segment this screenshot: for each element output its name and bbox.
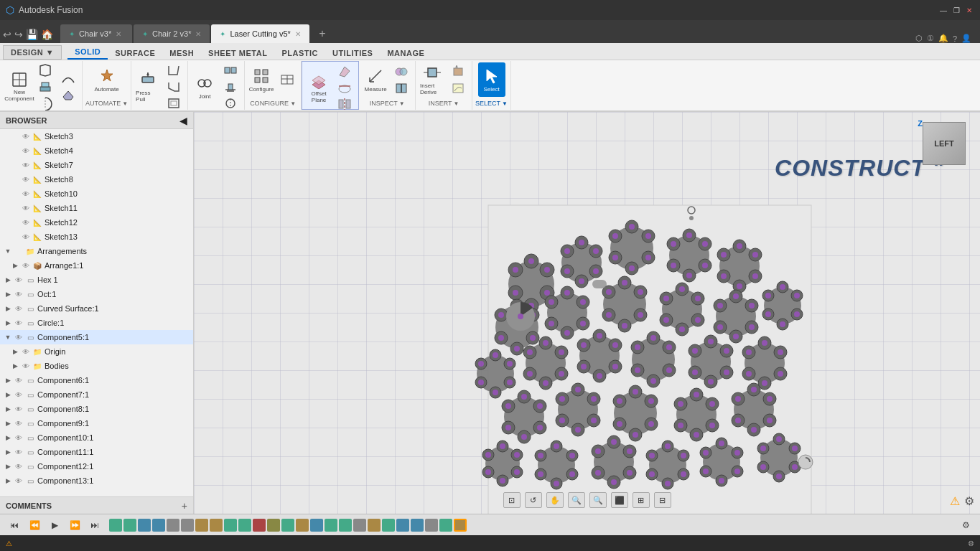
expand-icon[interactable]: ▶	[3, 377, 13, 384]
visibility-icon[interactable]: 👁	[20, 176, 32, 184]
press-pull-button[interactable]: Press Pull	[134, 70, 162, 104]
visibility-icon[interactable]: 👁	[20, 204, 32, 212]
warning-icon[interactable]: ⚠	[950, 494, 960, 508]
tangent-plane-button[interactable]	[334, 80, 355, 95]
insert-arrow[interactable]: ▼	[454, 100, 459, 107]
fit-button[interactable]: ⊡	[503, 492, 521, 508]
expand-icon[interactable]: ▼	[3, 334, 13, 341]
canvas-button[interactable]	[447, 80, 469, 96]
tab-chair-v3[interactable]: ✦ Chair v3* ✕	[60, 24, 132, 43]
as-built-joint-button[interactable]	[220, 62, 241, 78]
visibility-icon[interactable]: 👁	[13, 377, 24, 385]
tree-item-component8[interactable]: ▶ 👁 ▭ Component8:1	[0, 402, 193, 416]
configure-arrow[interactable]: ▼	[290, 100, 296, 107]
visibility-icon[interactable]: 👁	[20, 233, 32, 241]
expand-icon[interactable]: ▶	[3, 276, 13, 283]
home-button[interactable]: 🏠	[41, 29, 53, 40]
tree-item-circle1[interactable]: ▶ 👁 ▭ Circle:1	[0, 316, 193, 330]
visibility-icon[interactable]: 👁	[13, 448, 24, 456]
close-button[interactable]: ✕	[964, 5, 974, 15]
timeline-item-21[interactable]	[396, 519, 409, 532]
fillet-button[interactable]	[163, 62, 185, 78]
expand-icon[interactable]: ▶	[10, 348, 20, 355]
expand-icon[interactable]: ▶	[3, 463, 13, 470]
revolve-button[interactable]	[34, 95, 56, 111]
visibility-icon[interactable]: 👁	[13, 434, 24, 442]
visibility-icon[interactable]: 👁	[20, 190, 32, 198]
expand-icon[interactable]: ▼	[3, 248, 13, 255]
tree-item-component5[interactable]: ▼ 👁 ▭ Component5:1	[0, 330, 193, 344]
timeline-item-20[interactable]	[382, 519, 395, 532]
step-forward-button[interactable]: ⏩	[66, 517, 83, 533]
timeline-settings-button[interactable]: ⚙	[957, 517, 974, 533]
tree-item-sketch13[interactable]: 👁 📐 Sketch13	[0, 230, 193, 244]
zoom-in-button[interactable]: 🔍	[568, 492, 585, 508]
visibility-icon[interactable]: 👁	[20, 362, 32, 370]
measure-button[interactable]: Measure	[362, 62, 389, 97]
tree-item-arrange1[interactable]: ▶ 👁 📦 Arrange1:1	[0, 258, 193, 273]
section-analysis-button[interactable]	[391, 80, 412, 96]
orbit-button[interactable]: ↺	[525, 492, 542, 508]
timeline-item-22[interactable]	[411, 519, 424, 532]
tree-item-sketch11[interactable]: 👁 📐 Sketch11	[0, 201, 193, 215]
expand-icon[interactable]: ▶	[3, 448, 13, 456]
timeline-item-24[interactable]	[439, 519, 452, 532]
visibility-icon[interactable]: 👁	[13, 463, 24, 471]
visibility-icon[interactable]: 👁	[20, 133, 32, 141]
account-icon[interactable]: 👤	[961, 34, 971, 43]
zoom-out-button[interactable]: 🔍	[589, 492, 607, 508]
tree-item-sketch7[interactable]: 👁 📐 Sketch7	[0, 158, 193, 172]
expand-icon[interactable]: ▶	[3, 434, 13, 441]
timeline-item-11[interactable]	[253, 519, 266, 532]
sweep-button[interactable]	[57, 71, 79, 87]
visibility-icon[interactable]: 👁	[20, 147, 32, 155]
tree-item-bodies[interactable]: ▶ 👁 📁 Bodies	[0, 359, 193, 373]
step-back-button[interactable]: ⏪	[26, 517, 43, 533]
expand-icon[interactable]: ▶	[3, 477, 13, 484]
inspect-arrow[interactable]: ▼	[399, 100, 405, 107]
visibility-icon[interactable]: 👁	[13, 305, 24, 313]
plane-at-angle-button[interactable]	[334, 63, 355, 79]
status-settings-icon[interactable]: ⚙	[968, 540, 974, 547]
ribbon-tab-plastic[interactable]: PLASTIC	[274, 47, 325, 60]
design-button[interactable]: DESIGN ▼	[3, 45, 62, 60]
expand-icon[interactable]: ▶	[3, 291, 13, 298]
expand-icon[interactable]: ▶	[3, 305, 13, 312]
tree-item-sketch8[interactable]: 👁 📐 Sketch8	[0, 172, 193, 187]
visibility-icon[interactable]: 👁	[13, 276, 24, 284]
timeline-item-3[interactable]	[138, 519, 151, 532]
tab-close-chair-v3[interactable]: ✕	[116, 30, 121, 38]
visibility-icon[interactable]: 👁	[20, 262, 32, 270]
expand-icon[interactable]: ▶	[3, 405, 13, 413]
expand-icon[interactable]: ▶	[3, 420, 13, 427]
visibility-icon[interactable]: 👁	[13, 291, 24, 298]
configure-button[interactable]: Configure	[248, 62, 275, 97]
tab-close-laser-cutting[interactable]: ✕	[295, 30, 301, 38]
browser-collapse-button[interactable]: ◀	[179, 115, 187, 126]
timeline-item-15[interactable]	[310, 519, 323, 532]
tree-item-origin[interactable]: ▶ 👁 📁 Origin	[0, 344, 193, 359]
timeline-item-5[interactable]	[167, 519, 179, 532]
timeline-item-10[interactable]	[238, 519, 251, 532]
ground-button[interactable]	[220, 79, 241, 95]
timeline-item-18[interactable]	[353, 519, 366, 532]
timeline-item-1[interactable]	[109, 519, 122, 532]
skip-to-end-button[interactable]: ⏭	[86, 517, 103, 533]
tree-item-hex1[interactable]: ▶ 👁 ▭ Hex 1	[0, 273, 193, 287]
insert-derive-button[interactable]: Insert Derive	[419, 62, 446, 97]
tree-item-arrangements[interactable]: ▼ 📁 Arrangements	[0, 244, 193, 258]
visibility-icon[interactable]: 👁	[20, 219, 32, 227]
offset-plane-button[interactable]: Offset Plane	[305, 70, 332, 105]
tree-item-component11[interactable]: ▶ 👁 ▭ Component11:1	[0, 445, 193, 459]
view-options-button[interactable]: ⊟	[654, 492, 671, 508]
visibility-icon[interactable]: 👁	[20, 348, 32, 356]
visibility-icon[interactable]: 👁	[13, 334, 24, 342]
tree-item-component12[interactable]: ▶ 👁 ▭ Component12:1	[0, 459, 193, 474]
minimize-button[interactable]: —	[938, 5, 948, 15]
pan-button[interactable]: ✋	[546, 492, 564, 508]
viewport[interactable]: CONSTRUCT " Z LEFT ⊡ ↺ ✋ 🔍 🔍 ⬛ ⊞ ⊟ ⚠ ⚙	[194, 112, 980, 514]
timeline-item-active[interactable]	[454, 519, 467, 532]
tree-item-component13[interactable]: ▶ 👁 ▭ Component13:1	[0, 474, 193, 488]
skip-to-start-button[interactable]: ⏮	[6, 517, 23, 533]
new-component-button[interactable]: New Component	[6, 70, 33, 104]
